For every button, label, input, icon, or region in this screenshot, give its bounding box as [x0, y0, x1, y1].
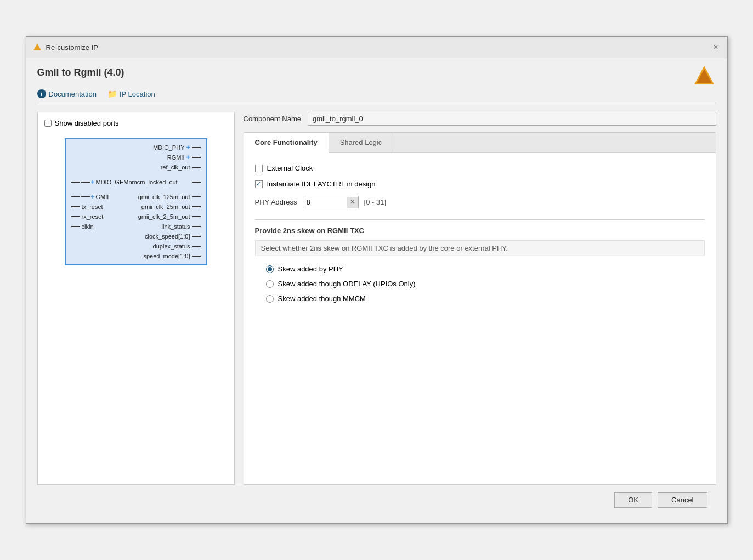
svg-marker-0 — [33, 43, 41, 50]
title-bar: Re-customize IP × — [26, 37, 727, 58]
xilinx-logo — [692, 64, 716, 89]
app-icon — [33, 43, 42, 52]
port-clock-speed: clock_speed[1:0] — [71, 231, 201, 241]
ref-clk-out-stub — [192, 167, 201, 168]
instantiate-row: Instantiate IDELAYCTRL in design — [255, 180, 705, 188]
title-bar-left: Re-customize IP — [33, 43, 98, 52]
radio-mmcm-btn[interactable] — [266, 295, 274, 303]
radio-skew-mmcm[interactable]: Skew added though MMCM — [266, 295, 705, 303]
link-status-label: link_status — [162, 223, 190, 230]
component-name-row: Component Name — [244, 112, 716, 126]
radio-group: Skew added by PHY Skew added though ODEL… — [255, 265, 705, 303]
rgmii-stub — [192, 157, 201, 158]
gmii-clk-25-label: gmii_clk_25m_out — [141, 203, 190, 210]
component-name-input[interactable] — [308, 112, 716, 126]
port-mdio-gem: + MDIO_GEMnmcm_locked_out — [71, 172, 201, 192]
window-title: Re-customize IP — [46, 43, 98, 52]
duplex-status-label: duplex_status — [153, 243, 190, 250]
main-window: Re-customize IP × Gmii to Rgmii (4.0) i … — [26, 36, 728, 524]
tabs-header: Core Functionality Shared Logic — [244, 133, 716, 153]
section-desc: Select whether 2ns skew on RGMII TXC is … — [255, 240, 705, 256]
left-panel: Show disabled ports MDIO_PHY + — [37, 112, 235, 485]
window-body: Gmii to Rgmii (4.0) i Documentation 📁 IP… — [26, 58, 727, 523]
documentation-link[interactable]: i Documentation — [37, 89, 97, 98]
port-rgmii: RGMII + — [71, 152, 201, 162]
rgmii-label: RGMII — [167, 154, 185, 161]
app-title: Gmii to Rgmii (4.0) — [37, 67, 716, 78]
ip-block: MDIO_PHY + RGMII + — [65, 138, 207, 265]
folder-icon: 📁 — [107, 89, 117, 98]
gmii-clk-125-label: gmii_clk_125m_out — [138, 194, 190, 200]
phy-input-wrapper: ✕ — [303, 196, 359, 208]
radio-phy-btn[interactable] — [266, 265, 274, 273]
phy-address-row: PHY Address ✕ [0 - 31] — [255, 196, 705, 208]
gmii-clk-2-5-label: gmii_clk_2_5m_out — [138, 213, 190, 220]
radio-skew-phy[interactable]: Skew added by PHY — [266, 265, 705, 273]
phy-address-input[interactable] — [303, 196, 347, 208]
port-rx-reset: rx_reset gmii_clk_2_5m_out — [71, 212, 201, 222]
show-disabled-ports-checkbox[interactable] — [44, 120, 52, 127]
info-icon: i — [37, 89, 46, 98]
ref-clk-out-label: ref_clk_out — [161, 164, 190, 171]
section-divider — [255, 219, 705, 220]
ok-button[interactable]: OK — [614, 492, 652, 508]
external-clock-checkbox[interactable] — [255, 165, 263, 172]
documentation-label: Documentation — [49, 90, 97, 98]
instantiate-label[interactable]: Instantiate IDELAYCTRL in design — [255, 180, 376, 188]
main-content: Show disabled ports MDIO_PHY + — [37, 112, 716, 485]
instantiate-checkbox[interactable] — [255, 180, 263, 188]
mdio-phy-label: MDIO_PHY — [153, 144, 184, 151]
port-duplex-status: duplex_status — [71, 241, 201, 251]
ip-diagram: MDIO_PHY + RGMII + — [44, 138, 228, 265]
mdio-phy-plus: + — [186, 144, 190, 151]
radio-odelay-btn[interactable] — [266, 280, 274, 288]
port-mdio-phy: MDIO_PHY + — [71, 143, 201, 152]
section-title: Provide 2ns skew on RGMII TXC — [255, 227, 705, 235]
bottom-buttons: OK Cancel — [37, 485, 716, 514]
external-clock-label[interactable]: External Clock — [255, 164, 313, 172]
cancel-button[interactable]: Cancel — [658, 492, 707, 508]
tab-core-functionality[interactable]: Core Functionality — [244, 133, 329, 153]
phy-address-label: PHY Address — [255, 198, 297, 206]
external-clock-row: External Clock — [255, 164, 705, 172]
rx-reset-label: rx_reset — [82, 213, 104, 220]
ip-location-link[interactable]: 📁 IP Location — [107, 89, 155, 98]
tx-reset-label: tx_reset — [82, 203, 103, 210]
component-name-label: Component Name — [244, 115, 302, 123]
port-gmii: + GMII gmii_clk_125m_out — [71, 192, 201, 202]
rgmii-plus: + — [186, 154, 190, 161]
tab-shared-logic[interactable]: Shared Logic — [329, 133, 394, 152]
tab-core-content: External Clock Instantiate IDELAYCTRL in… — [244, 153, 716, 314]
mdio-phy-stub — [192, 147, 201, 148]
tabs-container: Core Functionality Shared Logic External… — [244, 132, 716, 485]
toolbar: i Documentation 📁 IP Location — [37, 85, 716, 103]
phy-clear-button[interactable]: ✕ — [347, 197, 358, 208]
gmii-label: GMII — [96, 194, 109, 200]
ip-location-label: IP Location — [120, 90, 155, 98]
radio-skew-odelay[interactable]: Skew added though ODELAY (HPIOs Only) — [266, 280, 705, 288]
port-clkin: clkin link_status — [71, 222, 201, 231]
clkin-label: clkin — [82, 223, 94, 230]
close-button[interactable]: × — [711, 41, 720, 53]
phy-range: [0 - 31] — [364, 198, 386, 206]
right-panel: Component Name Core Functionality Shared… — [244, 112, 716, 485]
port-tx-reset: tx_reset gmii_clk_25m_out — [71, 202, 201, 212]
speed-mode-label: speed_mode[1:0] — [143, 253, 190, 259]
mdio-gem-label: MDIO_GEMnmcm_locked_out — [96, 179, 178, 185]
show-disabled-ports-label[interactable]: Show disabled ports — [44, 119, 228, 127]
clock-speed-label: clock_speed[1:0] — [145, 233, 190, 240]
port-speed-mode: speed_mode[1:0] — [71, 251, 201, 261]
port-ref-clk-out: ref_clk_out — [71, 162, 201, 172]
